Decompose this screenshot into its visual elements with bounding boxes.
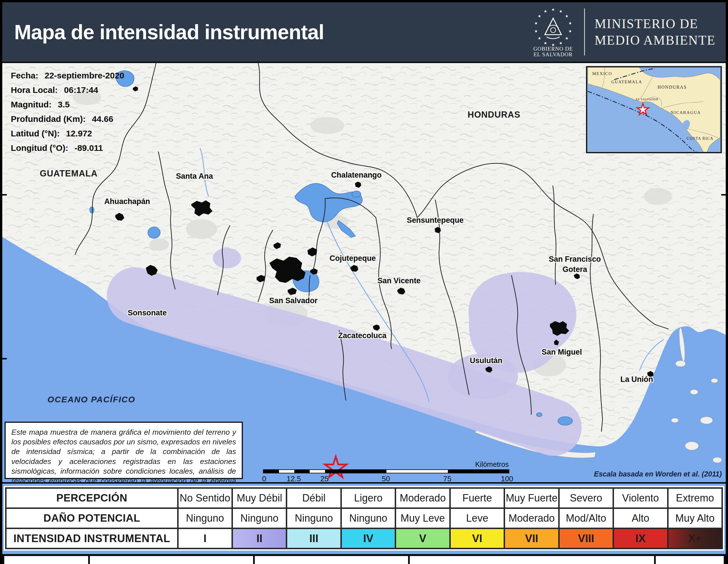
label-ocean: OCEANO PACÍFICO xyxy=(47,395,135,404)
cell: Moderado xyxy=(504,508,559,528)
intensity-cell: X+ xyxy=(668,528,722,549)
label-guatemala: GUATEMALA xyxy=(40,169,98,179)
event-info-panel: Fecha:22-septiembre-2020 Hora Local:06:1… xyxy=(11,68,124,155)
table-row-percepcion: PERCEPCIÓN No Sentido Muy Débil Débil Li… xyxy=(6,488,722,508)
cell: Muy Fuerte xyxy=(504,488,559,508)
cell: Moderado xyxy=(396,488,450,508)
cell: No Sentido xyxy=(178,488,232,508)
cell: Ninguno xyxy=(232,508,287,528)
label-sensuntepeque: Sensuntepeque xyxy=(407,216,464,225)
cell: Ninguno xyxy=(287,508,341,528)
government-logo: GOBIERNO DE EL SALVADOR xyxy=(532,7,574,57)
cell: Muy Débil xyxy=(232,488,287,508)
inset-label-costa-rica: COSTA RICA xyxy=(687,136,713,141)
intensity-cell: IX xyxy=(613,528,668,549)
field-label: Profundidad (Km): xyxy=(11,114,86,124)
scale-credit: Escala basada en Worden et al. (2011) xyxy=(594,470,722,478)
field-value: 12.972 xyxy=(66,129,92,138)
inset-label-el-salvador: EL SALVADOR xyxy=(636,98,658,101)
inset-label-honduras: HONDURAS xyxy=(657,85,687,90)
cell: Alto xyxy=(613,508,668,528)
field-value: 22-septiembre-2020 xyxy=(45,71,124,80)
intensity-cell: VII xyxy=(504,528,559,549)
cell: Fuerte xyxy=(450,488,504,508)
scale-bar: Kilómetros 0 12.5 25 50 75 100 xyxy=(263,460,509,480)
page-title: Mapa de intensidad instrumental xyxy=(2,20,324,44)
scale-tick: 0 xyxy=(262,474,266,483)
label-ahuachapan: Ahuachapán xyxy=(104,197,150,206)
cutoff-table-row xyxy=(2,554,726,564)
label-la-union: La Unión xyxy=(621,375,653,383)
intensity-cell: III xyxy=(287,528,341,549)
ministry-name: MINISTERIO DE MEDIO AMBIENTE xyxy=(595,16,715,48)
main-map: GUATEMALA HONDURAS OCEANO PACÍFICO Santa… xyxy=(2,63,726,484)
inset-label-nicaragua: NICARAGUA xyxy=(671,110,701,115)
intensity-cell: V xyxy=(396,528,450,549)
field-value: 06:17:44 xyxy=(64,85,98,95)
field-value: -89.011 xyxy=(75,143,103,153)
cell: Leve xyxy=(450,508,504,528)
coat-of-arms-icon: GOBIERNO DE EL SALVADOR xyxy=(532,7,574,57)
intensity-cell: II xyxy=(232,528,287,549)
inset-location-map: MEXICO GUATEMALA HONDURAS EL SALVADOR NI… xyxy=(586,66,722,153)
intensity-table: PERCEPCIÓN No Sentido Muy Débil Débil Li… xyxy=(5,487,723,549)
scale-tick: 50 xyxy=(382,474,390,483)
field-label: Longitud (°O): xyxy=(11,143,68,153)
label-usulutan: Usulután xyxy=(470,356,502,365)
map-report-page: Mapa de intensidad instrumental xyxy=(0,0,728,564)
cell: Muy Alto xyxy=(668,508,722,528)
description-box: Este mapa muestra de manera gráfica el m… xyxy=(5,422,243,479)
intensity-cell: VIII xyxy=(559,528,613,549)
label-san-miguel: San Miguel xyxy=(542,348,582,356)
cell: Ninguno xyxy=(178,508,232,528)
label-gotera-line1: San Francisco xyxy=(549,255,601,264)
field-value: 44.66 xyxy=(92,114,113,124)
field-label: Hora Local: xyxy=(11,85,58,95)
scale-tick: 75 xyxy=(443,474,452,483)
gov-line1: GOBIERNO DE xyxy=(533,46,573,52)
label-san-salvador: San Salvador xyxy=(269,296,318,305)
scale-tick: 100 xyxy=(501,474,513,483)
gov-line2: EL SALVADOR xyxy=(533,51,573,57)
table-row-intensidad: INTENSIDAD INSTRUMENTAL I II III IV V VI… xyxy=(6,528,722,549)
field-value: 3.5 xyxy=(58,100,70,109)
legend-zone: PERCEPCIÓN No Sentido Muy Débil Débil Li… xyxy=(2,484,726,564)
brand-block: GOBIERNO DE EL SALVADOR MINISTERIO DE ME… xyxy=(532,7,726,57)
scale-tick: 12.5 xyxy=(287,474,301,483)
header-bar: Mapa de intensidad instrumental xyxy=(2,2,726,63)
ministry-line1: MINISTERIO DE xyxy=(595,16,715,32)
scale-bar-graphic xyxy=(263,469,509,473)
description-text: Este mapa muestra de manera gráfica el m… xyxy=(11,427,236,484)
label-chalatenango: Chalatenango xyxy=(331,171,382,179)
label-cojutepeque: Cojutepeque xyxy=(330,254,376,263)
cell: Ninguno xyxy=(341,508,395,528)
cell: Severo xyxy=(559,488,613,508)
label-honduras: HONDURAS xyxy=(468,110,520,120)
row-header: INTENSIDAD INSTRUMENTAL xyxy=(6,528,178,549)
cell: Violento xyxy=(613,488,668,508)
cell: Ligero xyxy=(341,488,395,508)
intensity-cell: IV xyxy=(341,528,395,549)
row-header: DAÑO POTENCIAL xyxy=(6,508,178,528)
label-san-vicente: San Vicente xyxy=(377,277,421,285)
scale-tick: 25 xyxy=(320,474,329,483)
label-sonsonate: Sonsonate xyxy=(128,308,167,317)
field-label: Fecha: xyxy=(11,71,38,80)
inset-label-guatemala: GUATEMALA xyxy=(611,80,642,84)
row-header: PERCEPCIÓN xyxy=(6,488,178,508)
cell: Mod/Alto xyxy=(559,508,613,528)
ministry-line2: MEDIO AMBIENTE xyxy=(595,32,715,49)
cell: Extremo xyxy=(668,488,722,508)
scale-unit-label: Kilómetros xyxy=(475,460,509,468)
brand-divider xyxy=(584,9,585,55)
field-label: Latitud (°N): xyxy=(11,129,60,138)
inset-label-mexico: MEXICO xyxy=(592,71,612,76)
field-label: Magnitud: xyxy=(11,100,51,109)
label-gotera-line2: Gotera xyxy=(562,265,587,274)
intensity-cell: I xyxy=(178,528,232,549)
table-row-dano: DAÑO POTENCIAL Ninguno Ninguno Ninguno N… xyxy=(6,508,722,528)
cell: Muy Leve xyxy=(396,508,450,528)
cell: Débil xyxy=(287,488,341,508)
label-santa-ana: Santa Ana xyxy=(176,172,213,181)
intensity-cell: VI xyxy=(450,528,504,549)
